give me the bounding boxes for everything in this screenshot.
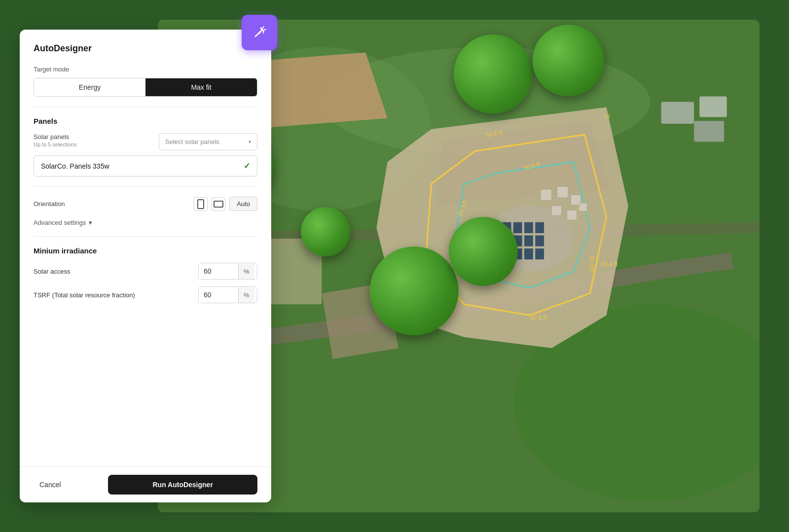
- svg-text:23: 23: [604, 113, 610, 119]
- tree-4: [301, 207, 350, 256]
- svg-rect-21: [524, 248, 533, 259]
- svg-text:✦: ✦: [257, 30, 261, 35]
- divider-3: [34, 236, 257, 237]
- svg-rect-42: [694, 121, 724, 142]
- solar-access-row: Solar access %: [34, 263, 257, 280]
- panels-section-title: Panels: [34, 117, 257, 125]
- landscape-orientation-btn[interactable]: [212, 197, 225, 211]
- solar-panels-header: Solar panels Up to 5 selections Select s…: [34, 133, 257, 150]
- orientation-label: Orientation: [34, 200, 65, 208]
- solar-access-unit: %: [238, 264, 254, 279]
- svg-text:29.4 ft: 29.4 ft: [601, 261, 618, 268]
- tree-1: [454, 35, 533, 113]
- svg-rect-22: [535, 248, 544, 259]
- orientation-controls: Auto: [194, 197, 257, 211]
- advanced-settings-toggle[interactable]: Advanced settings ▾: [34, 219, 257, 226]
- solar-access-label: Solar access: [34, 268, 70, 275]
- svg-text:20.3 ft: 20.3 ft: [588, 255, 595, 272]
- select-placeholder: Select solar panels: [165, 138, 219, 145]
- solar-panels-sublabel: Up to 5 selections: [34, 142, 76, 147]
- svg-rect-40: [661, 102, 694, 124]
- wand-button[interactable]: ✦: [242, 15, 277, 50]
- advanced-settings-label: Advanced settings: [34, 219, 86, 226]
- tsrf-unit: %: [238, 287, 254, 303]
- divider-1: [34, 106, 257, 107]
- svg-rect-41: [699, 96, 727, 117]
- svg-rect-12: [513, 222, 522, 233]
- tree-5: [370, 247, 459, 335]
- solar-panels-label-group: Solar panels Up to 5 selections: [34, 133, 76, 147]
- target-mode-toggle: Energy Max fit: [34, 78, 257, 97]
- selected-panel-label: SolarCo. Panels 335w: [41, 162, 109, 170]
- target-mode-group: Target mode Energy Max fit: [34, 66, 257, 97]
- svg-rect-36: [567, 210, 577, 220]
- portrait-icon: [197, 199, 204, 209]
- selected-panel-item[interactable]: SolarCo. Panels 335w ✓: [34, 155, 257, 177]
- tree-2: [533, 25, 604, 96]
- solar-panels-dropdown[interactable]: Select solar panels ▾: [159, 133, 257, 150]
- tsrf-label: TSRF (Total solar resource fraction): [34, 291, 135, 299]
- svg-rect-35: [552, 206, 562, 215]
- svg-point-45: [260, 28, 262, 29]
- autodesigner-panel: AutoDesigner Target mode Energy Max fit …: [20, 30, 271, 502]
- target-mode-label: Target mode: [34, 66, 257, 73]
- tsrf-input-group: %: [198, 286, 257, 303]
- checkmark-icon: ✓: [244, 161, 250, 171]
- auto-orientation-btn[interactable]: Auto: [229, 197, 257, 211]
- tree-6: [449, 217, 518, 286]
- energy-mode-btn[interactable]: Energy: [34, 78, 145, 96]
- svg-rect-14: [535, 222, 544, 233]
- solar-access-input-group: %: [198, 263, 257, 280]
- svg-rect-32: [541, 189, 552, 200]
- tsrf-input[interactable]: [199, 287, 238, 303]
- maxfit-mode-btn[interactable]: Max fit: [145, 78, 257, 96]
- svg-rect-33: [557, 187, 568, 198]
- svg-rect-13: [524, 222, 533, 233]
- svg-rect-37: [579, 203, 587, 212]
- svg-rect-17: [524, 235, 533, 246]
- solar-panels-label: Solar panels: [34, 133, 76, 141]
- tsrf-row: TSRF (Total solar resource fraction) %: [34, 286, 257, 303]
- panel-content: AutoDesigner Target mode Energy Max fit …: [20, 30, 271, 466]
- panel-title: AutoDesigner: [34, 43, 257, 54]
- panel-footer: Cancel Run AutoDesigner: [20, 466, 271, 502]
- wand-icon: ✦: [251, 25, 267, 40]
- solar-access-input[interactable]: [199, 263, 238, 279]
- landscape-icon: [214, 201, 223, 208]
- divider-2: [34, 186, 257, 187]
- min-irradiance-title: Minium irradiance: [34, 247, 257, 255]
- portrait-orientation-btn[interactable]: [194, 197, 208, 211]
- run-autodesigner-button[interactable]: Run AutoDesigner: [108, 475, 257, 495]
- orientation-row: Orientation Auto: [34, 197, 257, 211]
- svg-rect-18: [535, 235, 544, 246]
- chevron-down-advanced-icon: ▾: [89, 219, 92, 226]
- chevron-down-icon: ▾: [249, 139, 251, 144]
- svg-text:50.5 ft: 50.5 ft: [530, 314, 547, 321]
- cancel-button[interactable]: Cancel: [34, 475, 108, 495]
